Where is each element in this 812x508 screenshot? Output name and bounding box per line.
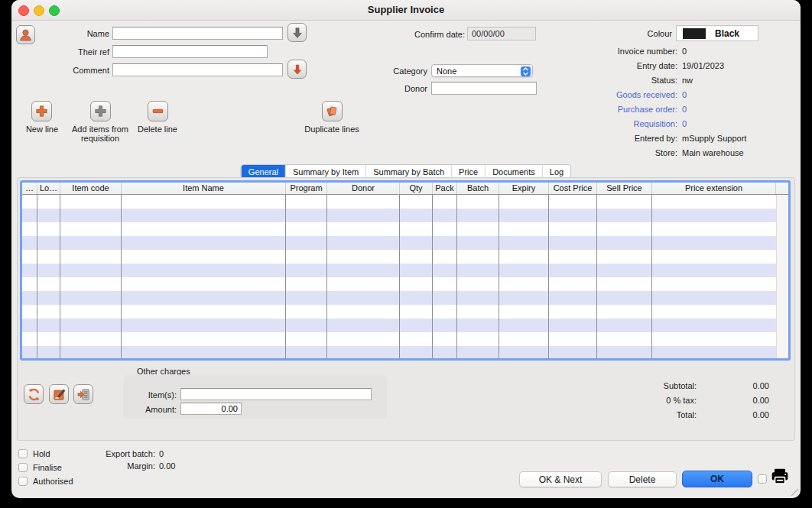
table-row[interactable] — [22, 209, 788, 222]
table-row[interactable] — [22, 319, 788, 332]
info-row-label[interactable]: Purchase order: — [493, 105, 677, 114]
colour-select[interactable]: Black — [676, 25, 758, 41]
other-charges-amount-input[interactable] — [180, 403, 242, 415]
invoice-lines-table[interactable]: …Lo…Item codeItem NameProgramDonorQtyPac… — [20, 180, 791, 361]
comment-input[interactable] — [112, 63, 283, 76]
comment-label: Comment — [48, 66, 109, 75]
info-row-label[interactable]: Requisition: — [493, 119, 677, 128]
column-divider — [326, 195, 327, 360]
table-row[interactable] — [22, 264, 788, 277]
confirm-date-field: 00/00/00 — [467, 27, 536, 40]
other-charges-items-label: Item(s): — [123, 390, 177, 400]
column-header[interactable]: Donor — [327, 183, 400, 194]
column-header[interactable]: Item Name — [122, 183, 286, 194]
table-row[interactable] — [22, 346, 788, 360]
column-header[interactable]: Pack — [433, 183, 457, 194]
column-header[interactable]: Sell Price — [597, 183, 652, 194]
info-row-label: Entry date: — [493, 61, 677, 70]
edit-line-button[interactable] — [49, 384, 69, 404]
info-row-value[interactable]: 0 — [682, 105, 687, 114]
column-header[interactable]: Item code — [60, 183, 122, 194]
colour-value: Black — [715, 28, 739, 39]
duplicate-lines-label: Duplicate lines — [301, 125, 362, 134]
column-divider — [456, 195, 457, 360]
other-charges-items-input[interactable] — [180, 388, 372, 400]
column-header[interactable]: Cost Price — [549, 183, 597, 194]
tab-summary-by-item[interactable]: Summary by Item — [285, 165, 365, 178]
column-header[interactable]: Batch — [457, 183, 499, 194]
column-divider — [596, 195, 597, 360]
delete-line-label: Delete line — [123, 125, 192, 134]
totals-row: Subtotal:0.00 — [582, 378, 769, 393]
column-header[interactable]: … — [22, 183, 37, 194]
table-row[interactable] — [22, 277, 788, 291]
info-row-label: Store: — [493, 148, 677, 157]
comment-expand-button[interactable] — [287, 60, 307, 79]
resize-grip[interactable] — [790, 487, 799, 497]
orange-minus-icon — [151, 104, 165, 118]
totals-value: 0.00 — [697, 396, 769, 405]
column-header[interactable]: Lo… — [37, 183, 60, 194]
info-row-value[interactable]: 0 — [682, 90, 687, 99]
new-line-button[interactable] — [31, 101, 52, 121]
refresh-lines-button[interactable] — [24, 384, 44, 404]
table-row[interactable] — [22, 195, 788, 209]
vertical-scrollbar[interactable] — [776, 195, 788, 358]
tab-general[interactable]: General — [242, 165, 285, 178]
margin-label: Margin: — [57, 461, 155, 471]
their-ref-input[interactable] — [112, 45, 268, 58]
info-row: Status:nw — [493, 73, 746, 87]
authorised-checkbox[interactable] — [18, 477, 28, 486]
print-button[interactable] — [770, 467, 790, 490]
table-row[interactable] — [22, 291, 788, 305]
delete-button[interactable]: Delete — [608, 471, 677, 487]
table-row[interactable] — [22, 250, 788, 264]
table-row[interactable] — [22, 332, 788, 346]
ok-button[interactable]: OK — [682, 471, 752, 487]
totals-label: 0 % tax: — [582, 396, 697, 405]
ok-and-next-button[interactable]: OK & Next — [519, 471, 602, 487]
name-input[interactable] — [112, 27, 283, 40]
delete-line-button[interactable] — [148, 101, 168, 121]
red-down-arrow-icon — [291, 63, 304, 76]
info-row-value[interactable]: 0 — [682, 119, 687, 128]
info-row: Goods received:0 — [493, 87, 746, 102]
info-row-label[interactable]: Goods received: — [493, 90, 677, 99]
name-label: Name — [48, 29, 109, 38]
info-row-label: Entered by: — [493, 134, 677, 143]
table-row[interactable] — [22, 305, 788, 319]
supplier-details-button[interactable] — [16, 25, 35, 44]
table-row[interactable] — [22, 222, 788, 236]
general-tab-panel: …Lo…Item codeItem NameProgramDonorQtyPac… — [17, 177, 795, 441]
finalise-checkbox[interactable] — [18, 463, 28, 472]
new-line-label: New line — [15, 125, 69, 134]
table-row[interactable] — [22, 236, 788, 250]
info-row-label: Status: — [493, 76, 677, 85]
window-title: Supplier Invoice — [11, 4, 801, 15]
column-header[interactable]: Qty — [400, 183, 433, 194]
tab-summary-by-batch[interactable]: Summary by Batch — [365, 165, 451, 178]
title-bar[interactable]: Supplier Invoice — [11, 0, 801, 21]
totals-label: Subtotal: — [582, 381, 697, 390]
column-header[interactable]: Expiry — [499, 183, 549, 194]
table-body — [22, 195, 788, 360]
column-header[interactable]: Price extension — [652, 183, 776, 194]
add-to-list-button[interactable] — [73, 384, 93, 404]
tab-documents[interactable]: Documents — [485, 165, 542, 178]
duplicate-lines-button[interactable] — [322, 101, 343, 121]
column-header[interactable]: Program — [286, 183, 327, 194]
column-divider — [121, 195, 122, 360]
tab-price[interactable]: Price — [451, 165, 485, 178]
add-items-from-requisition-button[interactable] — [90, 101, 111, 121]
other-charges-box: Item(s): Amount: — [123, 375, 387, 419]
info-row-value: mSupply Support — [682, 134, 746, 143]
hold-checkbox[interactable] — [18, 449, 28, 458]
name-lookup-button[interactable] — [287, 23, 307, 42]
tab-log[interactable]: Log — [542, 165, 570, 178]
print-checkbox[interactable] — [758, 474, 767, 484]
orange-plus-icon — [34, 104, 49, 118]
totals-row: Total:0.00 — [582, 407, 769, 422]
info-row-label: Invoice number: — [493, 47, 677, 56]
column-divider — [432, 195, 433, 360]
down-arrow-icon — [291, 26, 304, 40]
